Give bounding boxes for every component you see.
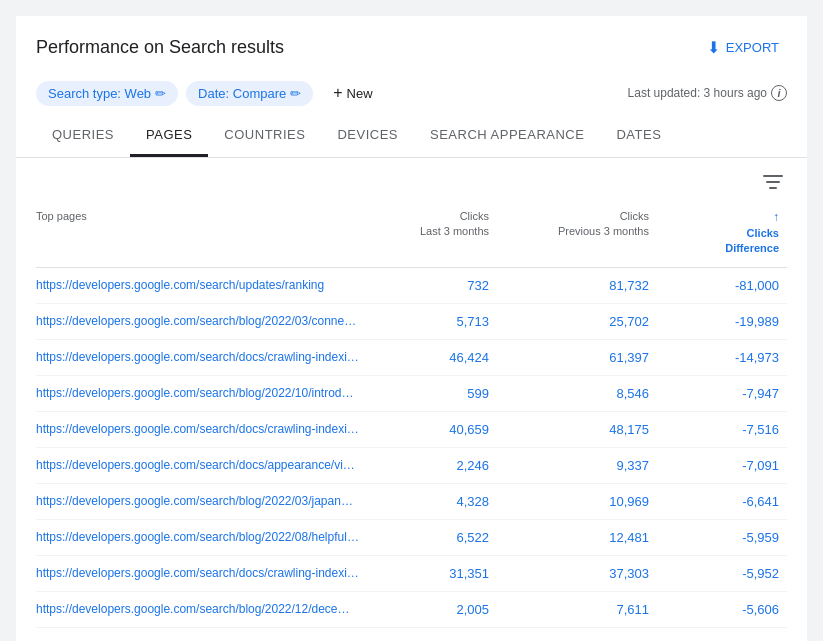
cell-clicks-diff: -7,516: [657, 422, 787, 437]
cell-clicks-prev: 9,337: [497, 458, 657, 473]
cell-clicks-last: 46,424: [367, 350, 497, 365]
tab-queries[interactable]: QUERIES: [36, 115, 130, 157]
last-updated-text: Last updated: 3 hours ago: [628, 86, 767, 100]
table-row: https://developers.google.com/search/doc…: [36, 340, 787, 376]
cell-url[interactable]: https://developers.google.com/search/doc…: [36, 458, 367, 472]
edit-date-icon: ✏: [290, 86, 301, 101]
pagination-row: Rows per page: 10 ▾ 1-10 of 1147 ‹ ›: [36, 628, 787, 641]
info-icon[interactable]: i: [771, 85, 787, 101]
tab-search-appearance[interactable]: SEARCH APPEARANCE: [414, 115, 600, 157]
cell-url[interactable]: https://developers.google.com/search/blo…: [36, 530, 367, 544]
sort-arrow-icon: ↑: [773, 209, 779, 226]
cell-url[interactable]: https://developers.google.com/search/doc…: [36, 350, 367, 364]
clicks-prev-label: Clicks Previous 3 months: [505, 209, 649, 240]
table-row: https://developers.google.com/search/doc…: [36, 412, 787, 448]
export-label: EXPORT: [726, 40, 779, 55]
col-header-clicks-diff[interactable]: ↑ Clicks Difference: [657, 207, 787, 259]
top-bar: Performance on Search results ⬇ EXPORT: [16, 16, 807, 71]
table-body: https://developers.google.com/search/upd…: [36, 268, 787, 628]
col-header-clicks-last: Clicks Last 3 months: [367, 207, 497, 259]
cell-url[interactable]: https://developers.google.com/search/blo…: [36, 386, 367, 400]
cell-clicks-diff: -5,952: [657, 566, 787, 581]
search-type-label: Search type: Web: [48, 86, 151, 101]
date-label: Date: Compare: [198, 86, 286, 101]
clicks-last-label: Clicks Last 3 months: [375, 209, 489, 240]
cell-clicks-diff: -7,947: [657, 386, 787, 401]
table-row: https://developers.google.com/search/blo…: [36, 376, 787, 412]
table-section: Top pages Clicks Last 3 months Clicks Pr…: [16, 158, 807, 641]
date-filter[interactable]: Date: Compare ✏: [186, 81, 313, 106]
cell-clicks-diff: -5,959: [657, 530, 787, 545]
cell-clicks-diff: -6,641: [657, 494, 787, 509]
cell-clicks-prev: 7,611: [497, 602, 657, 617]
cell-clicks-diff: -5,606: [657, 602, 787, 617]
cell-clicks-diff: -14,973: [657, 350, 787, 365]
cell-clicks-prev: 12,481: [497, 530, 657, 545]
cell-clicks-prev: 10,969: [497, 494, 657, 509]
tab-pages[interactable]: PAGES: [130, 115, 208, 157]
cell-clicks-diff: -7,091: [657, 458, 787, 473]
table-row: https://developers.google.com/search/blo…: [36, 484, 787, 520]
export-icon: ⬇: [707, 38, 720, 57]
table-row: https://developers.google.com/search/blo…: [36, 520, 787, 556]
last-updated: Last updated: 3 hours ago i: [628, 85, 787, 101]
cell-clicks-last: 2,005: [367, 602, 497, 617]
cell-clicks-prev: 37,303: [497, 566, 657, 581]
cell-clicks-last: 4,328: [367, 494, 497, 509]
cell-clicks-last: 599: [367, 386, 497, 401]
cell-url[interactable]: https://developers.google.com/search/blo…: [36, 602, 367, 616]
cell-clicks-prev: 81,732: [497, 278, 657, 293]
cell-url[interactable]: https://developers.google.com/search/doc…: [36, 566, 367, 580]
col-header-clicks-prev: Clicks Previous 3 months: [497, 207, 657, 259]
table-row: https://developers.google.com/search/doc…: [36, 448, 787, 484]
filter-lines-icon: [763, 174, 783, 190]
new-button-label: New: [347, 86, 373, 101]
tabs-container: QUERIES PAGES COUNTRIES DEVICES SEARCH A…: [16, 115, 807, 158]
cell-clicks-last: 2,246: [367, 458, 497, 473]
filter-bar: Search type: Web ✏ Date: Compare ✏ + New…: [16, 71, 807, 115]
plus-icon: +: [333, 84, 342, 102]
top-pages-label: Top pages: [36, 210, 87, 222]
cell-clicks-last: 5,713: [367, 314, 497, 329]
cell-clicks-diff: -19,989: [657, 314, 787, 329]
export-button[interactable]: ⬇ EXPORT: [699, 32, 787, 63]
cell-clicks-last: 31,351: [367, 566, 497, 581]
tab-dates[interactable]: DATES: [600, 115, 677, 157]
cell-clicks-last: 40,659: [367, 422, 497, 437]
cell-clicks-last: 732: [367, 278, 497, 293]
table-filter-row: [36, 158, 787, 203]
tab-countries[interactable]: COUNTRIES: [208, 115, 321, 157]
cell-clicks-diff: -81,000: [657, 278, 787, 293]
svg-rect-1: [766, 181, 780, 183]
tab-devices[interactable]: DEVICES: [321, 115, 414, 157]
table-row: https://developers.google.com/search/upd…: [36, 268, 787, 304]
cell-url[interactable]: https://developers.google.com/search/blo…: [36, 314, 367, 328]
cell-url[interactable]: https://developers.google.com/search/upd…: [36, 278, 367, 292]
column-filter-button[interactable]: [759, 170, 787, 199]
table-row: https://developers.google.com/search/blo…: [36, 304, 787, 340]
cell-url[interactable]: https://developers.google.com/search/blo…: [36, 494, 367, 508]
new-filter-button[interactable]: + New: [321, 79, 384, 107]
table-row: https://developers.google.com/search/doc…: [36, 556, 787, 592]
table-row: https://developers.google.com/search/blo…: [36, 592, 787, 628]
cell-clicks-last: 6,522: [367, 530, 497, 545]
cell-clicks-prev: 61,397: [497, 350, 657, 365]
main-container: Performance on Search results ⬇ EXPORT S…: [16, 16, 807, 641]
page-title: Performance on Search results: [36, 37, 284, 58]
cell-clicks-prev: 8,546: [497, 386, 657, 401]
cell-url[interactable]: https://developers.google.com/search/doc…: [36, 422, 367, 436]
svg-rect-2: [769, 187, 777, 189]
svg-rect-0: [763, 175, 783, 177]
search-type-filter[interactable]: Search type: Web ✏: [36, 81, 178, 106]
cell-clicks-prev: 48,175: [497, 422, 657, 437]
cell-clicks-prev: 25,702: [497, 314, 657, 329]
table-header: Top pages Clicks Last 3 months Clicks Pr…: [36, 203, 787, 268]
edit-search-type-icon: ✏: [155, 86, 166, 101]
col-header-url: Top pages: [36, 207, 367, 259]
